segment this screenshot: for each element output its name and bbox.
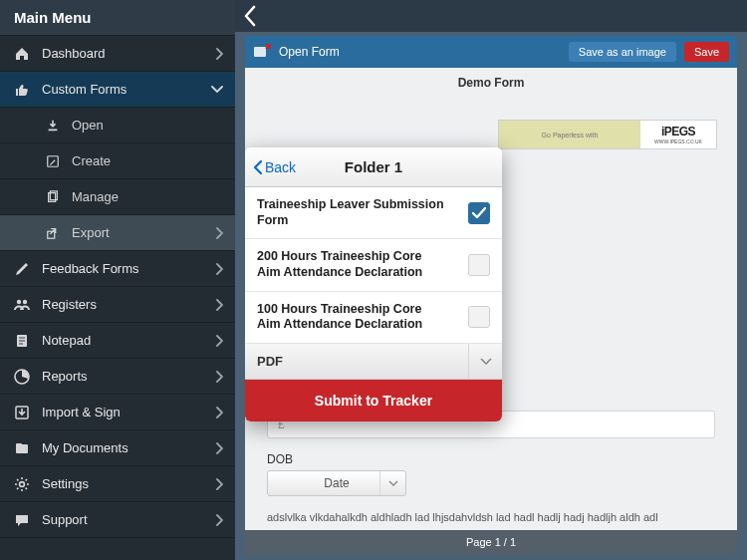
svg-rect-10 [16,443,22,446]
chevron-right-icon [215,227,223,239]
save-as-image-button[interactable]: Save as an image [569,42,676,62]
pager: Page 1 / 1 [245,530,737,554]
checkbox[interactable] [468,254,490,276]
form-canvas: Demo Form Go Paperless with iPEGS WWW.IP… [245,68,737,530]
open-form-icon[interactable] [253,44,271,60]
pencil-icon [12,259,32,279]
pie-icon [12,367,32,387]
sidebar-item-support[interactable]: Support [0,502,235,538]
gear-icon [12,474,32,494]
form-toolbar: Open Form Save as an image Save [245,36,737,68]
download-icon [44,117,62,135]
logo-banner: Go Paperless with iPEGS WWW.IPEGS.CO.UK [498,120,717,149]
sidebar-title: Main Menu [0,0,235,36]
popover-row[interactable]: 100 Hours Traineeship Core Aim Attendanc… [245,292,502,344]
popover-row[interactable]: Traineeship Leaver Submission Form [245,187,502,239]
export-popover: Back Folder 1 Traineeship Leaver Submiss… [245,147,502,421]
sidebar-sub-manage[interactable]: Manage [0,179,235,215]
back-button[interactable] [243,5,257,27]
logo: iPEGS WWW.IPEGS.CO.UK [640,121,716,148]
sidebar-item-feedback-forms[interactable]: Feedback Forms [0,251,235,287]
header-bar [235,0,747,32]
docs-icon [12,438,32,458]
sidebar-item-registers[interactable]: Registers [0,287,235,323]
sidebar-item-import-sign[interactable]: Import & Sign [0,395,235,430]
sidebar-sub-export[interactable]: Export [0,215,235,251]
chevron-right-icon [215,407,223,419]
chevron-right-icon [215,335,223,347]
svg-point-11 [20,481,25,486]
sidebar-sub-create[interactable]: Create [0,143,235,179]
sidebar-item-label: Custom Forms [42,82,126,97]
sidebar-item-notepad[interactable]: Notepad [0,323,235,359]
sidebar-item-label: Import & Sign [42,405,121,420]
chevron-right-icon [215,478,223,490]
sidebar-item-label: Reports [42,369,88,384]
people-icon [12,295,32,315]
sidebar-item-custom-forms[interactable]: Custom Forms [0,72,235,108]
sidebar-item-dashboard[interactable]: Dashboard [0,36,235,72]
popover-row[interactable]: 200 Hours Traineeship Core Aim Attendanc… [245,239,502,291]
copy-icon [44,188,62,206]
sidebar-item-label: Notepad [42,333,91,348]
export-format-select[interactable]: PDF [245,344,502,380]
sidebar: Main Menu Dashboard Custom Forms Open Cr… [0,0,235,560]
export-format-label: PDF [257,354,283,369]
submit-to-tracker-button[interactable]: Submit to Tracker [245,380,502,421]
checkbox[interactable] [468,306,490,328]
open-form-label[interactable]: Open Form [279,45,340,59]
thumb-icon [12,80,32,100]
popover-row-label: 100 Hours Traineeship Core Aim Attendanc… [257,302,446,333]
svg-rect-12 [254,47,266,57]
sidebar-item-label: Registers [42,297,97,312]
sidebar-sub-label: Create [72,153,111,168]
save-button[interactable]: Save [684,42,729,62]
sidebar-sub-label: Export [72,225,110,240]
chevron-right-icon [215,48,223,60]
chevron-right-icon [215,299,223,311]
edit-icon [44,152,62,170]
sidebar-item-reports[interactable]: Reports [0,359,235,395]
dob-label: DOB [267,452,737,466]
sidebar-item-label: Settings [42,476,89,491]
sidebar-item-label: My Documents [42,440,128,455]
chat-icon [12,510,32,530]
logo-url: WWW.IPEGS.CO.UK [654,139,702,144]
popover-header: Back Folder 1 [245,147,502,187]
sidebar-item-label: Support [42,512,88,527]
chevron-right-icon [215,371,223,383]
body-text: adslvlka vlkdahalkdh aldhladh lad lhjsda… [267,510,715,524]
sidebar-item-settings[interactable]: Settings [0,466,235,502]
chevron-down-icon [379,471,405,495]
sidebar-sub-label: Open [72,118,104,133]
chevron-down-icon [468,344,502,379]
form-title: Demo Form [245,68,737,98]
note-icon [12,331,32,351]
popover-row-label: Traineeship Leaver Submission Form [257,197,446,228]
export-icon [44,224,62,242]
import-icon [12,403,32,422]
sidebar-item-label: Dashboard [42,46,106,61]
logo-tagline: Go Paperless with [499,121,640,148]
popover-back-label: Back [265,159,296,175]
sidebar-sub-open[interactable]: Open [0,108,235,143]
sidebar-item-label: Feedback Forms [42,261,139,276]
checkbox[interactable] [468,202,490,224]
chevron-down-icon [211,86,223,94]
chevron-right-icon [215,442,223,454]
date-select-label: Date [324,476,349,490]
home-icon [12,44,32,64]
logo-text: iPEGS [661,125,695,139]
svg-point-4 [17,299,21,303]
chevron-right-icon [215,263,223,275]
date-select[interactable]: Date [267,470,406,496]
popover-row-label: 200 Hours Traineeship Core Aim Attendanc… [257,249,446,280]
main-pane: Open Form Save as an image Save Demo For… [235,0,747,560]
sidebar-item-my-documents[interactable]: My Documents [0,430,235,466]
svg-point-5 [23,299,27,303]
sidebar-sub-label: Manage [72,189,119,204]
popover-back-button[interactable]: Back [253,159,296,175]
popover-title: Folder 1 [345,158,402,175]
chevron-right-icon [215,514,223,526]
